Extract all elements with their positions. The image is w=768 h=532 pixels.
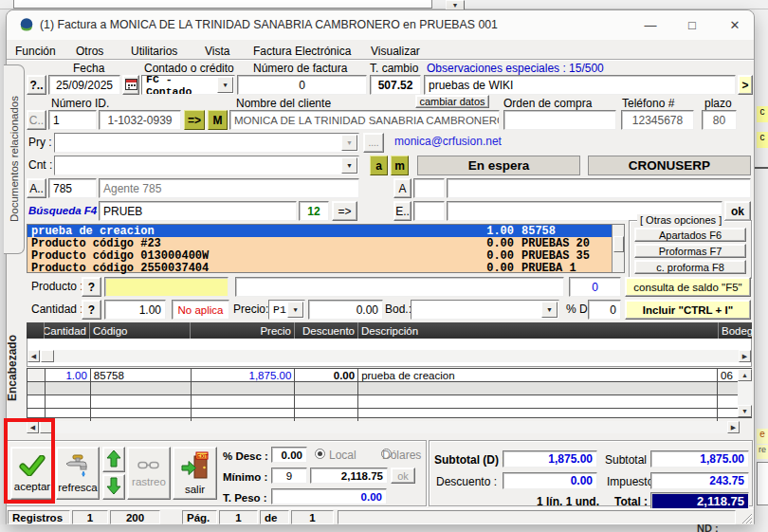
id-field[interactable]: 1-1032-0939	[99, 110, 181, 130]
table-row[interactable]	[27, 382, 751, 395]
observaciones-expand-button[interactable]: >	[738, 75, 753, 95]
lower-hscrollbar[interactable]: ◀ ▶	[27, 421, 740, 433]
table-row[interactable]	[27, 395, 751, 409]
t-cambio-field[interactable]: 507.52	[370, 75, 421, 95]
cambiar-datos-button[interactable]: cambiar datos	[415, 95, 489, 108]
e-code-field[interactable]	[413, 201, 445, 221]
producto-codigo-field[interactable]	[104, 277, 229, 297]
minimize-button[interactable]: —	[635, 14, 666, 35]
scroll-left-button[interactable]: ◀	[27, 350, 40, 362]
grid-vscrollbar[interactable]: ▲ ▼	[738, 369, 752, 417]
m-button[interactable]: M	[208, 110, 228, 130]
ok-button[interactable]: ok	[724, 201, 751, 221]
lineas-label: 1 lín. 1 und.	[537, 496, 599, 508]
empty-cell	[45, 409, 90, 421]
chevron-down-icon[interactable]: ▼	[287, 302, 303, 318]
a2-button[interactable]: A	[393, 178, 411, 198]
scroll-up-button[interactable]: ▲	[738, 369, 752, 381]
a2-code-field[interactable]	[413, 178, 445, 198]
bod-combobox[interactable]: ▼	[411, 300, 559, 320]
list-item[interactable]: Producto código 013000400W 0.00 PRUEBAS …	[27, 249, 624, 262]
table-row[interactable]	[27, 409, 751, 421]
e-button[interactable]: E..	[393, 201, 411, 221]
c-button[interactable]: C..	[27, 110, 46, 130]
chevron-down-icon[interactable]: ▼	[541, 302, 558, 318]
pry-combobox[interactable]: ▼	[54, 133, 359, 153]
resize-grip[interactable]	[741, 512, 752, 526]
cnt-combobox[interactable]: ▼	[54, 156, 359, 175]
aceptar-button[interactable]: aceptar	[10, 447, 54, 500]
email-link[interactable]: monica@crfusion.net	[394, 136, 502, 148]
pct-d-field[interactable]: 0	[588, 300, 621, 320]
menu-item-vista[interactable]: Vista	[205, 46, 229, 58]
numero-field[interactable]: 1	[48, 110, 97, 130]
refresca-button[interactable]: refresca	[56, 447, 100, 500]
maximize-button[interactable]: □	[677, 14, 707, 35]
cantidad-field[interactable]: 1.00	[104, 300, 166, 320]
t-peso-field[interactable]: 0.00	[271, 488, 387, 504]
plazo-field[interactable]: 80	[702, 110, 737, 130]
pry-more-button[interactable]: ....	[363, 133, 384, 153]
menu-item-funcion[interactable]: Función	[15, 46, 56, 58]
a2-desc-field[interactable]	[447, 178, 751, 198]
m-small-button[interactable]: m	[391, 156, 409, 175]
fecha-field[interactable]: 25/09/2025	[48, 75, 120, 95]
chevron-down-icon[interactable]: ▼	[341, 157, 357, 174]
goto-client-button[interactable]: =>	[184, 110, 205, 130]
scroll-right-button[interactable]: ▶	[739, 350, 751, 362]
calendar-button[interactable]	[122, 75, 139, 95]
cantidad-help-button[interactable]: ?	[82, 300, 101, 320]
producto-descripcion-field[interactable]	[235, 277, 564, 297]
precio-combobox[interactable]: P1 ▼	[268, 300, 305, 320]
tab-documentos-relacionados[interactable]: Documentos relacionados	[4, 64, 25, 254]
product-list-scrollbar[interactable]	[612, 225, 624, 272]
rastreo-button[interactable]: rastreo	[127, 447, 171, 500]
menu-item-otros[interactable]: Otros	[76, 46, 103, 58]
minimo-field[interactable]: 9	[271, 468, 307, 484]
list-item[interactable]: prueba de creacion 1.00 85758	[27, 225, 624, 237]
total-field: 2,118.75	[650, 492, 749, 509]
list-item[interactable]: Producto código 2550037404 0.00 PRUEBA 1	[27, 262, 624, 274]
radio-local[interactable]	[315, 449, 325, 459]
chevron-down-icon[interactable]: ▼	[217, 77, 233, 93]
c-proforma-button[interactable]: c. proforma F8	[634, 260, 746, 274]
salir-button[interactable]: EXIT salir	[173, 447, 217, 500]
table-row[interactable]: 1.00 85758 1,875.00 0.00 prueba de creac…	[27, 369, 751, 382]
desc-field[interactable]: 0.00	[271, 447, 307, 463]
telefono-field[interactable]: 12345678	[621, 110, 694, 130]
busqueda-field[interactable]: PRUEB	[99, 201, 297, 221]
num-factura-field[interactable]: 0	[237, 75, 367, 95]
consulta-saldo-button[interactable]: consulta de saldo "F5"	[625, 277, 751, 297]
help-button[interactable]: ?..	[27, 75, 46, 95]
scrollbar-thumb[interactable]	[40, 421, 54, 433]
incluir-button[interactable]: Incluir "CTRL + I"	[625, 300, 751, 320]
list-item[interactable]: Producto código #23 0.00 PRUEBAS 20	[27, 237, 624, 249]
agente-codigo-field[interactable]: 785	[48, 178, 97, 198]
close-button[interactable]: ✕	[719, 14, 751, 35]
observaciones-field[interactable]: pruebas de WIKI	[424, 75, 736, 95]
agente-nombre-field[interactable]: Agente 785	[99, 178, 359, 198]
menu-item-visualizar[interactable]: Visualizar	[371, 46, 420, 58]
empty-cell	[357, 382, 717, 394]
agente-button[interactable]: A..	[27, 178, 46, 198]
menu-item-utilitarios[interactable]: Utilitarios	[131, 46, 177, 58]
move-down-button[interactable]	[102, 474, 125, 500]
orden-compra-field[interactable]	[503, 110, 616, 130]
scrollbar-thumb[interactable]	[41, 350, 54, 362]
minimo-ok-button[interactable]: ok	[391, 468, 415, 484]
producto-help-button[interactable]: ?	[82, 277, 101, 297]
apartados-button[interactable]: Apartados F6	[634, 228, 746, 242]
contado-combobox[interactable]: FC - Contado ▼	[141, 75, 235, 95]
busqueda-go-button[interactable]: =>	[332, 201, 357, 221]
menu-item-factura-electronica[interactable]: Factura Electrónica	[253, 46, 351, 58]
proformas-button[interactable]: Proformas F7	[634, 244, 746, 258]
move-up-button[interactable]	[102, 447, 125, 472]
cliente-field[interactable]: MONICA DE LA TRINIDAD SANABRIA CAMBRONER…	[229, 110, 500, 130]
scroll-right-button[interactable]: ▶	[727, 421, 740, 433]
a-small-button[interactable]: a	[370, 156, 388, 175]
scrollbar-thumb[interactable]	[613, 236, 624, 252]
scroll-left-button[interactable]: ◀	[27, 421, 39, 433]
upper-hscrollbar[interactable]: ◀ ▶	[27, 350, 751, 362]
scroll-down-button[interactable]: ▼	[738, 405, 752, 417]
precio-field[interactable]: 0.00	[308, 300, 383, 320]
